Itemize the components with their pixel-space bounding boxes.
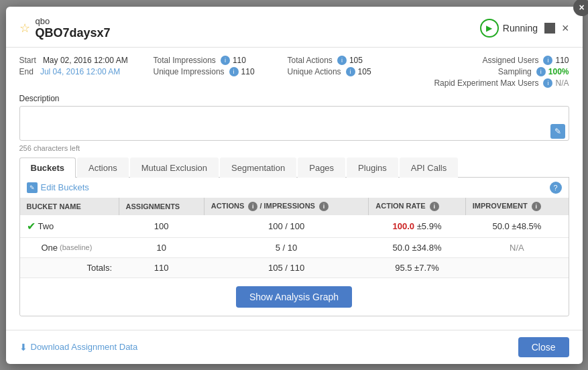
modal-dismiss-button[interactable]: × bbox=[573, 0, 589, 16]
rapid-value: N/A bbox=[555, 78, 569, 88]
total-impressions-value: 110 bbox=[233, 56, 246, 65]
table-header-row: BUCKET NAME ASSIGNMENTS ACTIONS i / IMPR… bbox=[20, 198, 569, 215]
total-impressions-line: Total Impressions i 110 bbox=[154, 56, 288, 65]
assigned-block: Assigned Users i 110 Sampling i 100% Rap… bbox=[408, 56, 569, 90]
modal-subtitle: qbo bbox=[36, 16, 111, 26]
sampling-line: Sampling i 100% bbox=[408, 67, 569, 76]
action-rate-value: 50.0 bbox=[393, 243, 410, 253]
tabs-bar: Buckets Actions Mutual Exclusion Segment… bbox=[19, 158, 569, 178]
tab-mutual-exclusion[interactable]: Mutual Exclusion bbox=[130, 158, 219, 178]
bucket-name-cell: One (baseline) bbox=[20, 237, 119, 257]
bucket-action-rate: 50.0 ±34.8% bbox=[369, 237, 465, 257]
buckets-toolbar: ✎ Edit Buckets ? bbox=[20, 178, 569, 198]
impressions-col-info[interactable]: i bbox=[319, 202, 329, 211]
modal-container: × ☆ qbo QBO7daysx7 ▶ Running × bbox=[6, 7, 583, 364]
end-value: Jul 04, 2016 12:00 AM bbox=[40, 67, 120, 76]
description-wrapper: ✎ bbox=[19, 106, 569, 143]
tab-pages[interactable]: Pages bbox=[298, 158, 345, 178]
bucket-improvement: 50.0 ±48.5% bbox=[465, 215, 568, 238]
baseline-label: (baseline) bbox=[60, 243, 92, 251]
total-actions-label: Total Actions bbox=[288, 56, 333, 65]
description-textarea[interactable] bbox=[19, 106, 569, 141]
buckets-table: BUCKET NAME ASSIGNMENTS ACTIONS i / IMPR… bbox=[20, 198, 569, 278]
dates-block: Start May 02, 2016 12:00 AM End Jul 04, … bbox=[19, 56, 154, 78]
modal-title-block: ☆ qbo QBO7daysx7 bbox=[19, 16, 111, 40]
unique-impressions-line: Unique Impressions i 110 bbox=[154, 67, 288, 76]
rapid-line: Rapid Experiment Max Users i N/A bbox=[408, 78, 569, 88]
totals-actions-impressions: 105 / 110 bbox=[204, 257, 369, 278]
tab-segmentation[interactable]: Segmentation bbox=[220, 158, 296, 178]
unique-impressions-info[interactable]: i bbox=[229, 67, 239, 76]
total-impressions-info[interactable]: i bbox=[221, 56, 230, 65]
bucket-action-rate: 100.0 ±5.9% bbox=[369, 215, 465, 238]
sampling-info[interactable]: i bbox=[536, 67, 546, 76]
bucket-assignments: 100 bbox=[119, 215, 204, 238]
show-graph-row: Show Analysis Graph bbox=[20, 278, 569, 316]
download-assignment-data-link[interactable]: ⬇ Download Assignment Data bbox=[19, 342, 138, 353]
unique-actions-line: Unique Actions i 105 bbox=[288, 67, 408, 76]
star-icon[interactable]: ☆ bbox=[19, 21, 30, 36]
assigned-users-info[interactable]: i bbox=[543, 56, 552, 65]
impressions-block: Total Impressions i 110 Unique Impressio… bbox=[154, 56, 288, 78]
action-rate-col-info[interactable]: i bbox=[430, 202, 439, 211]
unique-actions-info[interactable]: i bbox=[346, 67, 355, 76]
col-actions-impressions: ACTIONS i / IMPRESSIONS i bbox=[204, 198, 369, 215]
bucket-name: Two bbox=[38, 221, 54, 231]
edit-buckets-button[interactable]: ✎ Edit Buckets bbox=[27, 182, 89, 193]
sampling-label: Sampling bbox=[498, 67, 532, 76]
assigned-users-label: Assigned Users bbox=[482, 56, 538, 65]
start-line: Start May 02, 2016 12:00 AM bbox=[19, 56, 154, 65]
actions-col-info[interactable]: i bbox=[248, 202, 257, 211]
table-header: BUCKET NAME ASSIGNMENTS ACTIONS i / IMPR… bbox=[20, 198, 569, 215]
totals-action-rate: 95.5 ±7.7% bbox=[369, 257, 465, 278]
tab-content-buckets: ✎ Edit Buckets ? BUCKET NAME ASSIGNMENTS… bbox=[19, 178, 569, 316]
stop-button[interactable] bbox=[544, 23, 555, 34]
bucket-check-icon: ✔ bbox=[27, 220, 36, 233]
description-chars-left: 256 characters left bbox=[19, 144, 569, 152]
tab-buckets[interactable]: Buckets bbox=[19, 158, 76, 178]
action-rate-value: 100.0 bbox=[393, 221, 415, 231]
modal-title: QBO7daysx7 bbox=[36, 26, 111, 40]
close-footer-button[interactable]: Close bbox=[518, 337, 569, 357]
bucket-actions-impressions: 5 / 10 bbox=[204, 237, 369, 257]
description-label: Description bbox=[19, 94, 569, 103]
col-bucket-name: BUCKET NAME bbox=[20, 198, 119, 215]
play-icon: ▶ bbox=[480, 19, 499, 38]
close-icon[interactable]: × bbox=[562, 22, 569, 34]
total-actions-value: 105 bbox=[349, 56, 363, 65]
modal-title-text: qbo QBO7daysx7 bbox=[36, 16, 111, 40]
download-icon: ⬇ bbox=[19, 342, 27, 353]
bucket-name-cell: ✔ Two bbox=[20, 215, 119, 238]
action-rate-margin: ±5.9% bbox=[417, 221, 442, 231]
modal-footer: ⬇ Download Assignment Data Close bbox=[6, 330, 583, 364]
assigned-users-line: Assigned Users i 110 bbox=[408, 56, 569, 65]
show-analysis-graph-button[interactable]: Show Analysis Graph bbox=[236, 286, 352, 308]
rapid-info[interactable]: i bbox=[543, 78, 552, 88]
running-label: Running bbox=[503, 23, 538, 34]
improvement-col-info[interactable]: i bbox=[532, 202, 541, 211]
end-line: End Jul 04, 2016 12:00 AM bbox=[19, 67, 154, 76]
modal-body: Start May 02, 2016 12:00 AM End Jul 04, … bbox=[6, 48, 583, 324]
action-rate-margin: ±34.8% bbox=[412, 243, 441, 253]
total-actions-info[interactable]: i bbox=[337, 56, 347, 65]
unique-impressions-label: Unique Impressions bbox=[154, 67, 225, 76]
description-edit-button[interactable]: ✎ bbox=[550, 124, 565, 139]
sampling-value: 100% bbox=[548, 67, 569, 76]
assigned-users-value: 110 bbox=[555, 56, 569, 65]
bucket-assignments: 10 bbox=[119, 237, 204, 257]
unique-impressions-value: 110 bbox=[241, 67, 255, 76]
totals-assignments: 110 bbox=[119, 257, 204, 278]
tab-plugins[interactable]: Plugins bbox=[347, 158, 398, 178]
start-value: May 02, 2016 12:00 AM bbox=[43, 56, 128, 65]
tab-actions[interactable]: Actions bbox=[77, 158, 129, 178]
col-action-rate: ACTION RATE i bbox=[369, 198, 465, 215]
modal-overlay: × ☆ qbo QBO7daysx7 ▶ Running × bbox=[0, 0, 588, 370]
start-label: Start bbox=[19, 56, 36, 65]
totals-row: Totals: 110 105 / 110 95.5 ±7.7% bbox=[20, 257, 569, 278]
running-indicator: ▶ Running bbox=[480, 19, 538, 38]
tab-api-calls[interactable]: API Calls bbox=[400, 158, 458, 178]
table-row: ✔ Two 100 100 / 100 100.0 ±5.9% 50.0 ±48… bbox=[20, 215, 569, 238]
totals-improvement bbox=[465, 257, 568, 278]
help-icon[interactable]: ? bbox=[550, 182, 562, 194]
bucket-actions-impressions: 100 / 100 bbox=[204, 215, 369, 238]
